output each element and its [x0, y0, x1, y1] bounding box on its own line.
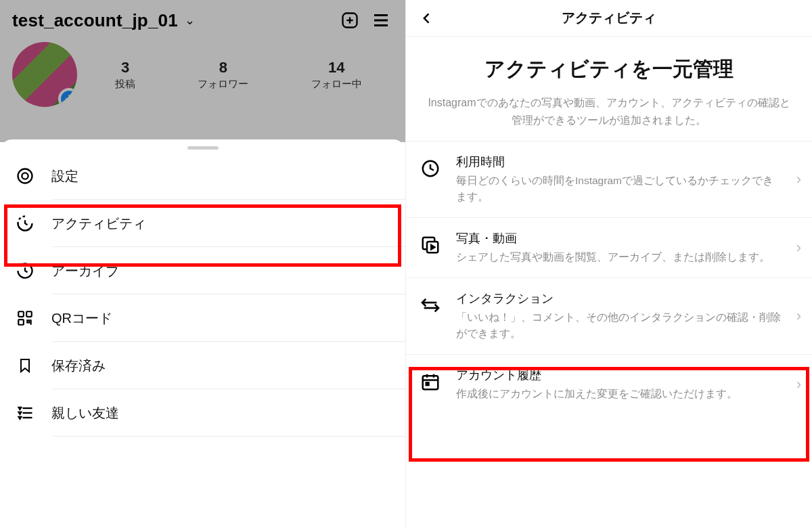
- item-body: 作成後にアカウントに加えた変更をご確認いただけます。: [456, 386, 784, 402]
- item-body: 毎日どのくらいの時間をInstagramで過ごしているかチェックできます。: [456, 173, 784, 205]
- menu-item-settings[interactable]: 設定: [0, 152, 405, 200]
- item-title: 利用時間: [456, 154, 784, 170]
- menu-label: アーカイブ: [51, 262, 119, 280]
- menu-item-close-friends[interactable]: 親しい友達: [0, 389, 405, 437]
- menu-label: 親しい友達: [51, 404, 119, 422]
- item-title: 写真・動画: [456, 230, 784, 246]
- svg-point-7: [22, 173, 28, 179]
- chevron-right-icon: ›: [796, 171, 801, 188]
- menu-item-saved[interactable]: 保存済み: [0, 342, 405, 389]
- chevron-right-icon: ›: [796, 307, 801, 325]
- username[interactable]: test_account_jp_01: [12, 10, 178, 31]
- svg-marker-16: [19, 412, 22, 414]
- chevron-down-icon[interactable]: ⌄: [185, 13, 195, 28]
- stat-following[interactable]: 14 フォロー中: [311, 59, 362, 91]
- page-title: アクティビティ: [415, 9, 803, 27]
- qr-icon: [15, 308, 35, 328]
- menu-label: 設定: [51, 167, 78, 185]
- svg-rect-10: [18, 320, 24, 325]
- item-body: シェアした写真や動画を閲覧、アーカイブ、または削除します。: [456, 249, 784, 265]
- activity-icon: [15, 213, 35, 234]
- activity-header: アクティビティ: [406, 0, 812, 37]
- svg-marker-18: [19, 417, 22, 419]
- interactions-icon: [418, 293, 443, 317]
- add-story-icon[interactable]: +: [58, 88, 77, 107]
- bottom-sheet: 設定 アクティビティ アーカイブ QRコード: [0, 139, 405, 528]
- archive-icon: [15, 261, 35, 281]
- svg-rect-25: [423, 376, 438, 390]
- profile-pane: test_account_jp_01 ⌄ + 3 投稿: [0, 0, 406, 528]
- calendar-icon: [418, 370, 443, 394]
- bookmark-icon: [15, 355, 35, 376]
- profile-header: test_account_jp_01 ⌄: [0, 0, 405, 32]
- clock-icon: [418, 156, 443, 181]
- menu-label: 保存済み: [51, 357, 106, 375]
- menu-item-archive[interactable]: アーカイブ: [0, 247, 405, 294]
- item-interactions[interactable]: インタラクション 「いいね！」、コメント、その他のインタラクションの確認・削除が…: [406, 278, 812, 355]
- menu-label: QRコード: [51, 309, 112, 328]
- hero-section: アクティビティを一元管理 Instagramでのあなたの写真や動画、アカウント、…: [406, 37, 812, 141]
- menu-label: アクティビティ: [51, 215, 146, 233]
- chevron-right-icon: ›: [796, 239, 801, 257]
- sheet-handle[interactable]: [187, 146, 219, 150]
- item-account-history[interactable]: アカウント履歴 作成後にアカウントに加えた変更をご確認いただけます。 ›: [406, 355, 812, 414]
- hero-body: Instagramでのあなたの写真や動画、アカウント、アクティビティの確認と管理…: [426, 94, 792, 129]
- hero-title: アクティビティを一元管理: [426, 56, 792, 83]
- create-button[interactable]: [338, 8, 362, 32]
- menu-item-activity[interactable]: アクティビティ: [0, 200, 405, 247]
- svg-rect-8: [18, 311, 24, 317]
- item-title: インタラクション: [456, 290, 784, 307]
- item-photos-videos[interactable]: 写真・動画 シェアした写真や動画を閲覧、アーカイブ、または削除します。 ›: [406, 218, 812, 278]
- stat-posts[interactable]: 3 投稿: [115, 59, 135, 91]
- close-friends-icon: [15, 403, 35, 423]
- avatar[interactable]: +: [12, 42, 77, 107]
- media-icon: [418, 233, 443, 257]
- svg-rect-9: [26, 311, 32, 317]
- stat-followers[interactable]: 8 フォロワー: [198, 59, 248, 91]
- gear-icon: [15, 166, 35, 186]
- item-time-spent[interactable]: 利用時間 毎日どのくらいの時間をInstagramで過ごしているかチェックできま…: [406, 141, 812, 218]
- svg-marker-13: [19, 408, 22, 410]
- item-body: 「いいね！」、コメント、その他のインタラクションの確認・削除ができます。: [456, 309, 784, 342]
- item-title: アカウント履歴: [456, 367, 784, 383]
- svg-rect-29: [426, 383, 429, 386]
- activity-pane: アクティビティ アクティビティを一元管理 Instagramでのあなたの写真や動…: [406, 0, 812, 528]
- hamburger-menu-button[interactable]: [369, 8, 393, 32]
- chevron-right-icon: ›: [796, 376, 801, 393]
- svg-rect-11: [27, 320, 29, 322]
- menu-item-qr[interactable]: QRコード: [0, 294, 405, 342]
